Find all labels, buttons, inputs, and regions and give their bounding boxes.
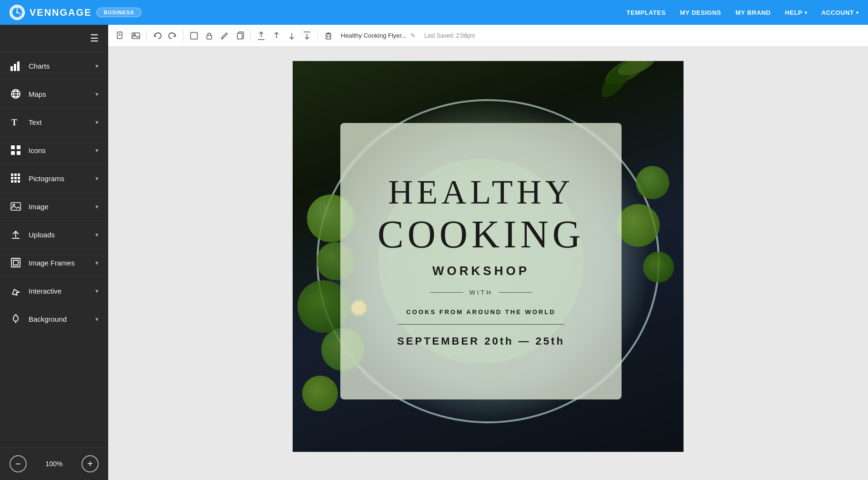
sidebar-item-image-frames[interactable]: Image Frames ▾ [0, 249, 108, 277]
text-label: Text [29, 118, 95, 126]
svg-rect-23 [11, 180, 13, 183]
sidebar-item-maps[interactable]: Maps ▾ [0, 80, 108, 108]
svg-rect-13 [11, 145, 15, 149]
divider-bar-right [499, 292, 532, 293]
leaves-top [583, 61, 655, 113]
nav-templates[interactable]: TEMPLATES [626, 9, 665, 16]
toolbar-divider-2 [183, 30, 184, 41]
toolbar-divider-1 [146, 30, 147, 41]
svg-rect-18 [14, 174, 17, 176]
svg-rect-38 [191, 32, 197, 39]
logo-text: VENNGAGE [30, 7, 92, 18]
background-icon [10, 314, 22, 324]
with-text: WITH [469, 289, 492, 296]
image-frames-label: Image Frames [29, 259, 95, 267]
svg-rect-24 [14, 180, 17, 183]
svg-rect-31 [13, 260, 18, 265]
veg-5 [302, 376, 338, 411]
nav-my-designs[interactable]: MY DESIGNS [680, 9, 721, 16]
interactive-label: Interactive [29, 287, 95, 295]
toolbar-bring-to-front-btn[interactable] [255, 29, 268, 42]
sidebar-item-image[interactable]: Image ▾ [0, 193, 108, 221]
nav-help[interactable]: HELP ▾ [785, 9, 807, 16]
sidebar-item-background[interactable]: Background ▾ [0, 305, 108, 333]
text-icon: T [10, 117, 22, 127]
image-arrow: ▾ [95, 203, 99, 210]
account-dropdown-arrow: ▾ [856, 10, 859, 15]
sidebar-item-text[interactable]: T Text ▾ [0, 108, 108, 136]
image-label: Image [29, 203, 95, 211]
right-panel: Healthy Cooking Flyer... ✎ Last Saved: 2… [108, 25, 868, 480]
toolbar-frame-btn[interactable] [187, 29, 201, 42]
nav-account[interactable]: ACCOUNT ▾ [821, 9, 858, 16]
design-canvas: 🌼 HEALTHY COOKING WORKSHOP [293, 61, 684, 452]
svg-text:T: T [11, 118, 17, 127]
toolbar-send-to-back-btn[interactable] [300, 29, 314, 42]
toolbar-edit-btn[interactable] [218, 29, 231, 42]
toolbar-bring-forward-btn[interactable] [270, 29, 283, 42]
svg-point-3 [16, 11, 18, 13]
svg-rect-39 [207, 35, 212, 39]
toolbar-undo-btn[interactable] [151, 29, 164, 42]
card-content: HEALTHY COOKING WORKSHOP WITH COOKS FROM… [378, 175, 584, 347]
svg-rect-6 [17, 61, 20, 71]
icons-label: Icons [29, 146, 95, 154]
sidebar-header: ☰ [0, 25, 108, 52]
toolbar-redo-btn[interactable] [166, 29, 179, 42]
sidebar: ☰ Charts ▾ [0, 25, 108, 480]
date-underline-top [398, 324, 563, 325]
charts-label: Charts [29, 62, 95, 70]
toolbar-title-edit-icon[interactable]: ✎ [410, 32, 416, 39]
sidebar-item-charts[interactable]: Charts ▾ [0, 52, 108, 80]
toolbar-page-btn[interactable] [114, 29, 127, 42]
zoom-in-button[interactable]: + [82, 455, 99, 472]
maps-label: Maps [29, 90, 95, 98]
charts-arrow: ▾ [95, 62, 99, 70]
svg-rect-42 [237, 33, 242, 39]
svg-rect-25 [18, 180, 20, 183]
toolbar-delete-btn[interactable] [322, 29, 335, 42]
uploads-arrow: ▾ [95, 231, 99, 238]
zoom-out-button[interactable]: − [10, 455, 27, 472]
toolbar-divider-3 [250, 30, 251, 41]
icons-icon [10, 145, 22, 155]
svg-line-41 [221, 39, 223, 39]
business-badge: BUSINESS [96, 8, 141, 17]
veg-8 [643, 252, 674, 283]
toolbar-title-area: Healthy Cooking Flyer... ✎ Last Saved: 2… [341, 32, 475, 39]
svg-rect-14 [17, 145, 20, 149]
icons-arrow: ▾ [95, 147, 99, 154]
svg-rect-21 [14, 177, 17, 179]
toolbar-save-status: Last Saved: 2:08pm [424, 32, 475, 39]
sidebar-item-pictograms[interactable]: Pictograms ▾ [0, 164, 108, 193]
svg-rect-26 [11, 203, 20, 210]
nav-my-brand[interactable]: MY BRAND [735, 9, 771, 16]
interactive-icon [10, 286, 22, 296]
title-cooking: COOKING [378, 215, 584, 254]
svg-rect-49 [326, 34, 331, 39]
toolbar-copy-btn[interactable] [233, 29, 246, 42]
toolbar-image-btn[interactable] [129, 29, 143, 42]
background-label: Background [29, 315, 95, 323]
svg-rect-19 [18, 174, 20, 176]
upload-icon [10, 229, 22, 240]
canvas-container[interactable]: 🌼 HEALTHY COOKING WORKSHOP [108, 47, 868, 480]
help-dropdown-arrow: ▾ [805, 10, 807, 15]
svg-rect-16 [17, 151, 20, 155]
logo-area: VENNGAGE BUSINESS [10, 5, 142, 20]
sidebar-item-interactive[interactable]: Interactive ▾ [0, 277, 108, 305]
svg-rect-17 [11, 174, 13, 176]
toolbar-lock-btn[interactable] [203, 29, 216, 42]
image-frames-arrow: ▾ [95, 259, 99, 266]
pictograms-arrow: ▾ [95, 175, 99, 182]
toolbar-send-backward-btn[interactable] [285, 29, 298, 42]
hamburger-icon[interactable]: ☰ [90, 32, 99, 44]
svg-rect-30 [11, 258, 20, 267]
sidebar-item-icons[interactable]: Icons ▾ [0, 136, 108, 164]
sidebar-footer: − 100% + [0, 447, 108, 480]
main-area: ☰ Charts ▾ [0, 25, 868, 480]
nav-links: TEMPLATES MY DESIGNS MY BRAND HELP ▾ ACC… [626, 9, 858, 16]
sidebar-item-uploads[interactable]: Uploads ▾ [0, 221, 108, 249]
logo-icon [10, 5, 25, 20]
svg-rect-22 [18, 177, 20, 179]
